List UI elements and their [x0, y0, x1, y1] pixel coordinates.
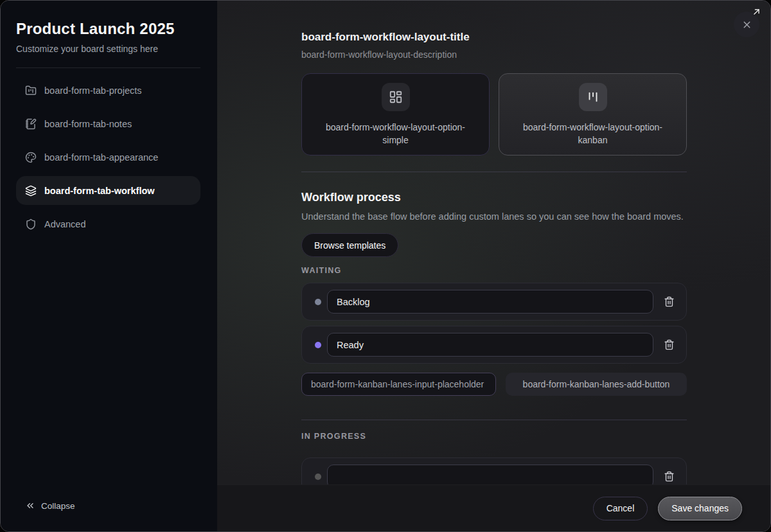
- collapse-label: Collapse: [41, 501, 75, 511]
- cancel-button[interactable]: Cancel: [593, 497, 648, 520]
- workflow-process-title: Workflow process: [301, 191, 687, 204]
- layout-option-label: board-form-workflow-layout-option-kanban: [512, 121, 673, 146]
- shield-icon: [25, 218, 37, 230]
- add-lane-button[interactable]: board-form-kanban-lanes-add-button: [506, 373, 687, 396]
- lane-color-dot: [315, 299, 321, 305]
- layout-option-simple[interactable]: board-form-workflow-layout-option-simple: [301, 73, 490, 155]
- folder-kanban-icon: [25, 85, 37, 96]
- trash-icon: [664, 471, 675, 482]
- sidebar-item-notes[interactable]: board-form-tab-notes: [16, 109, 200, 138]
- board-settings-dialog: Product Launch 2025 Customize your board…: [0, 0, 771, 532]
- collapse-button[interactable]: Collapse: [16, 497, 200, 515]
- sidebar-item-label: board-form-tab-projects: [44, 85, 142, 96]
- sidebar-item-projects[interactable]: board-form-tab-projects: [16, 76, 200, 105]
- delete-lane-button[interactable]: [661, 467, 677, 486]
- lane-row-backlog: [301, 283, 687, 321]
- layout-section-description: board-form-workflow-layout-description: [301, 49, 687, 60]
- section-divider: [301, 420, 687, 420]
- trash-icon: [664, 296, 675, 307]
- sidebar-item-label: Advanced: [44, 219, 86, 229]
- chevrons-left-icon: [25, 501, 35, 511]
- sidebar-nav: board-form-tab-projects board-form-tab-n…: [16, 76, 200, 238]
- save-changes-button[interactable]: Save changes: [658, 497, 742, 520]
- screen: Product Launch 2025 Customize your board…: [0, 0, 771, 532]
- delete-lane-button[interactable]: [661, 292, 677, 312]
- main-panel: board-form-workflow-layout-title board-f…: [217, 1, 770, 531]
- layout-dashboard-icon: [382, 83, 410, 111]
- add-lane-input[interactable]: [301, 373, 496, 396]
- sidebar-item-label: board-form-tab-workflow: [44, 186, 155, 196]
- notebook-pen-icon: [25, 118, 37, 130]
- sidebar-item-workflow[interactable]: board-form-tab-workflow: [16, 176, 200, 205]
- workflow-process-description: Understand the base flow before adding c…: [301, 210, 687, 223]
- board-title: Product Launch 2025: [16, 20, 200, 38]
- close-icon: [741, 19, 752, 30]
- sidebar-divider: [16, 67, 200, 68]
- layout-option-label: board-form-workflow-layout-option-simple: [315, 121, 476, 146]
- layout-options: board-form-workflow-layout-option-simple…: [301, 73, 687, 155]
- sidebar-item-advanced[interactable]: Advanced: [16, 209, 200, 238]
- lane-color-dot: [315, 474, 321, 480]
- browse-templates-button[interactable]: Browse templates: [301, 233, 398, 257]
- group-heading-in-progress: IN PROGRESS: [301, 432, 687, 441]
- add-lane-row: board-form-kanban-lanes-add-button: [301, 373, 687, 396]
- kanban-icon: [579, 83, 607, 111]
- board-subtitle: Customize your board settings here: [16, 44, 200, 54]
- lane-name-input[interactable]: [327, 290, 653, 314]
- lane-name-input[interactable]: [327, 333, 653, 357]
- close-button[interactable]: [734, 12, 759, 37]
- sidebar-item-appearance[interactable]: board-form-tab-appearance: [16, 143, 200, 172]
- palette-icon: [25, 152, 37, 163]
- sidebar-spacer: [16, 238, 200, 497]
- sidebar-item-label: board-form-tab-appearance: [44, 152, 158, 163]
- sidebar: Product Launch 2025 Customize your board…: [1, 1, 217, 531]
- delete-lane-button[interactable]: [661, 335, 677, 355]
- layers-icon: [25, 185, 37, 197]
- lane-color-dot: [315, 342, 321, 348]
- section-divider: [301, 172, 687, 172]
- group-heading-waiting: WAITING: [301, 266, 687, 275]
- trash-icon: [664, 339, 675, 350]
- layout-option-kanban[interactable]: board-form-workflow-layout-option-kanban: [499, 73, 687, 155]
- layout-section-title: board-form-workflow-layout-title: [301, 31, 687, 44]
- content: board-form-workflow-layout-title board-f…: [301, 1, 687, 495]
- lane-row-ready: [301, 326, 687, 364]
- footer-bar: Cancel Save changes: [217, 484, 770, 531]
- sidebar-item-label: board-form-tab-notes: [44, 119, 132, 129]
